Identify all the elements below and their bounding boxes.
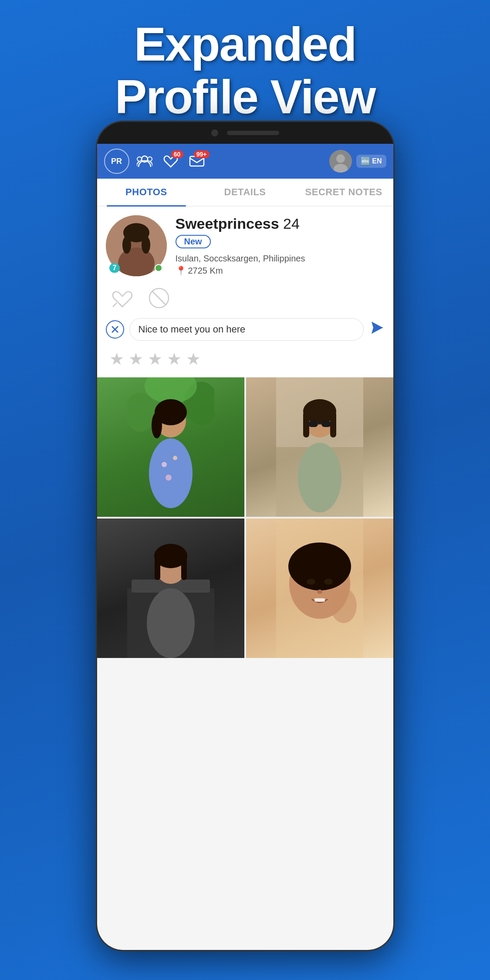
messages-badge: 99+ — [194, 150, 210, 158]
photo-1[interactable] — [97, 377, 244, 517]
svg-point-37 — [298, 443, 341, 512]
phone-screen: PR 60 — [97, 144, 393, 950]
message-input-row: Nice to meet you on here — [97, 318, 393, 348]
block-button[interactable] — [146, 285, 172, 311]
translate-label: EN — [372, 157, 382, 165]
tab-secret-notes[interactable]: SECRET NOTES — [294, 179, 393, 206]
svg-point-48 — [307, 579, 315, 585]
profile-section: 7 Sweetprincess 24 New Isulan, Soccsksar… — [97, 207, 393, 281]
svg-point-12 — [142, 236, 150, 254]
svg-point-2 — [148, 157, 152, 161]
tabs-bar: PHOTOS DETAILS SECRET NOTES — [97, 179, 393, 207]
messages-button[interactable]: 99+ — [186, 150, 208, 172]
tab-photos[interactable]: PHOTOS — [97, 179, 196, 206]
send-message-button[interactable] — [369, 320, 385, 339]
message-input[interactable]: Nice to meet you on here — [129, 318, 364, 341]
star-2[interactable]: ★ — [128, 349, 143, 369]
user-avatar[interactable] — [329, 150, 352, 173]
svg-point-47 — [288, 543, 351, 590]
svg-point-52 — [331, 588, 357, 623]
svg-point-25 — [162, 462, 167, 467]
online-indicator — [155, 264, 162, 272]
translate-button[interactable]: 🔤 EN — [356, 155, 386, 168]
rating-row: ★ ★ ★ ★ ★ — [97, 348, 393, 377]
svg-point-1 — [137, 157, 142, 161]
likes-badge: 60 — [171, 150, 183, 158]
svg-point-11 — [122, 236, 131, 254]
svg-point-18 — [127, 393, 155, 432]
svg-rect-33 — [330, 411, 336, 437]
photo-3-content — [97, 519, 244, 658]
speaker-bar — [227, 131, 279, 135]
photo-2[interactable] — [246, 377, 393, 517]
photo-4-content — [246, 519, 393, 658]
phone-top-bar — [97, 122, 393, 144]
svg-point-5 — [336, 154, 345, 163]
svg-point-49 — [324, 579, 333, 585]
app-navbar: PR 60 — [97, 144, 393, 179]
profile-age: 24 — [283, 215, 300, 232]
star-5[interactable]: ★ — [186, 349, 201, 369]
location-icon: 📍 — [176, 265, 186, 276]
photo-1-content — [97, 377, 244, 517]
photos-grid — [97, 377, 393, 658]
svg-rect-43 — [181, 556, 187, 580]
like-button[interactable] — [109, 285, 135, 311]
profile-name: Sweetprincess 24 — [176, 215, 385, 232]
svg-point-44 — [147, 588, 195, 658]
camera-dot — [211, 129, 218, 136]
groups-button[interactable] — [134, 150, 155, 172]
clear-message-button[interactable] — [106, 320, 124, 339]
star-1[interactable]: ★ — [109, 349, 124, 369]
svg-point-27 — [166, 475, 172, 481]
header-line1: Expanded — [0, 17, 490, 70]
svg-rect-35 — [321, 421, 331, 427]
svg-point-24 — [149, 438, 193, 508]
profile-distance: 📍 2725 Km — [176, 265, 385, 276]
profile-location: Isulan, Soccsksargen, Philippines — [176, 254, 385, 264]
svg-point-50 — [317, 590, 322, 594]
photo-2-content — [246, 377, 393, 517]
translate-icon: 🔤 — [361, 156, 370, 166]
svg-rect-42 — [155, 556, 160, 580]
star-4[interactable]: ★ — [167, 349, 182, 369]
pr-label: PR — [111, 157, 122, 166]
svg-line-14 — [152, 291, 166, 305]
svg-rect-51 — [314, 598, 325, 602]
photo-3[interactable] — [97, 519, 244, 658]
svg-rect-32 — [303, 411, 309, 437]
phone-shell: PR 60 — [97, 122, 393, 950]
pr-button[interactable]: PR — [104, 149, 129, 174]
action-row — [97, 281, 393, 318]
avatar-wrap: 7 — [106, 215, 167, 276]
new-badge: New — [176, 235, 211, 248]
svg-point-26 — [173, 456, 177, 460]
header-line2: Profile View — [0, 70, 490, 123]
star-3[interactable]: ★ — [148, 349, 162, 369]
tab-details[interactable]: DETAILS — [196, 179, 294, 206]
profile-info: Sweetprincess 24 New Isulan, Soccsksarge… — [176, 215, 385, 276]
photo-count-badge: 7 — [109, 263, 120, 273]
svg-point-23 — [152, 412, 162, 438]
page-header: Expanded Profile View — [0, 17, 490, 123]
svg-rect-34 — [308, 421, 318, 427]
photo-4[interactable] — [246, 519, 393, 658]
likes-button[interactable]: 60 — [160, 150, 182, 172]
